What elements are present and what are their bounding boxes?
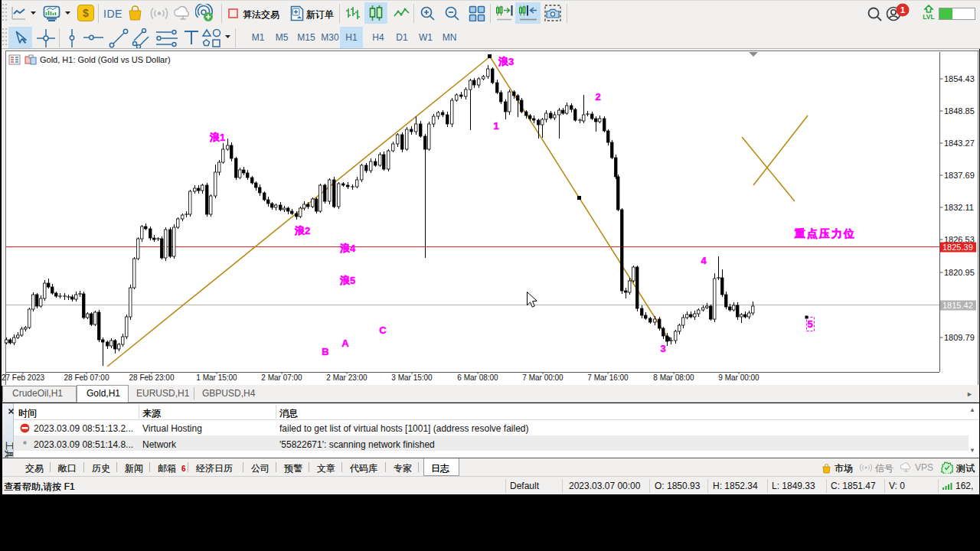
- svg-text:1825.39: 1825.39: [942, 243, 973, 252]
- svg-text:1820.95: 1820.95: [944, 268, 975, 277]
- svg-text:1843.27: 1843.27: [944, 139, 975, 148]
- svg-text:浪5: 浪5: [339, 275, 355, 286]
- svg-text:浪2: 浪2: [294, 225, 310, 236]
- svg-text:8 Mar 08:00: 8 Mar 08:00: [653, 373, 694, 382]
- svg-text:C: C: [379, 324, 387, 336]
- svg-text:5: 5: [807, 318, 812, 330]
- svg-text:28 Feb 23:00: 28 Feb 23:00: [129, 373, 175, 382]
- svg-text:7 Mar 16:00: 7 Mar 16:00: [587, 373, 629, 382]
- svg-text:1815.42: 1815.42: [942, 301, 973, 310]
- svg-text:27 Feb 2023: 27 Feb 2023: [2, 373, 45, 382]
- svg-text:重点压力位: 重点压力位: [794, 227, 856, 240]
- svg-text:1 Mar 15:00: 1 Mar 15:00: [196, 373, 237, 382]
- svg-text:B: B: [322, 346, 328, 357]
- svg-text:1809.79: 1809.79: [944, 333, 975, 342]
- svg-text:4: 4: [701, 255, 707, 266]
- svg-text:1837.69: 1837.69: [944, 171, 975, 180]
- svg-text:浪4: 浪4: [339, 243, 356, 254]
- svg-text:浪3: 浪3: [498, 56, 514, 67]
- svg-text:1: 1: [493, 120, 498, 132]
- svg-text:9 Mar 00:00: 9 Mar 00:00: [718, 373, 760, 382]
- svg-text:28 Feb 07:00: 28 Feb 07:00: [64, 373, 109, 382]
- svg-text:3: 3: [660, 343, 665, 354]
- svg-text:1832.11: 1832.11: [944, 203, 974, 212]
- svg-text:2 Mar 23:00: 2 Mar 23:00: [326, 373, 368, 382]
- svg-text:1848.85: 1848.85: [944, 106, 975, 116]
- svg-text:6 Mar 08:00: 6 Mar 08:00: [457, 373, 498, 382]
- svg-text:A: A: [341, 337, 349, 349]
- svg-text:2 Mar 07:00: 2 Mar 07:00: [261, 373, 302, 382]
- svg-text:浪1: 浪1: [209, 132, 225, 143]
- svg-text:Gold, H1: Gold (Gold vs US Do: Gold, H1: Gold (Gold vs US Dollar): [40, 55, 171, 64]
- svg-text:3 Mar 15:00: 3 Mar 15:00: [391, 373, 433, 382]
- svg-text:1854.43: 1854.43: [944, 74, 975, 83]
- svg-text:2: 2: [595, 91, 600, 103]
- svg-text:7 Mar 00:00: 7 Mar 00:00: [522, 373, 564, 382]
